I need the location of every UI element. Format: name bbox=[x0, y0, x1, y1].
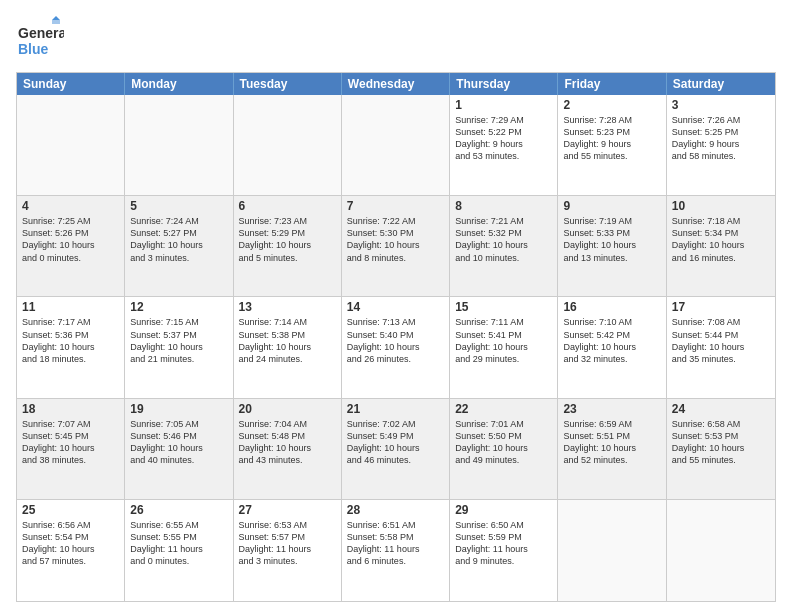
calendar-cell: 4Sunrise: 7:25 AM Sunset: 5:26 PM Daylig… bbox=[17, 196, 125, 296]
calendar-cell: 20Sunrise: 7:04 AM Sunset: 5:48 PM Dayli… bbox=[234, 399, 342, 499]
day-number: 22 bbox=[455, 402, 552, 416]
calendar-cell: 11Sunrise: 7:17 AM Sunset: 5:36 PM Dayli… bbox=[17, 297, 125, 397]
day-number: 21 bbox=[347, 402, 444, 416]
calendar-cell: 10Sunrise: 7:18 AM Sunset: 5:34 PM Dayli… bbox=[667, 196, 775, 296]
calendar-week: 18Sunrise: 7:07 AM Sunset: 5:45 PM Dayli… bbox=[17, 399, 775, 500]
day-info: Sunrise: 7:21 AM Sunset: 5:32 PM Dayligh… bbox=[455, 215, 552, 264]
day-number: 9 bbox=[563, 199, 660, 213]
calendar: SundayMondayTuesdayWednesdayThursdayFrid… bbox=[16, 72, 776, 602]
svg-text:Blue: Blue bbox=[18, 41, 49, 57]
day-number: 23 bbox=[563, 402, 660, 416]
calendar-cell bbox=[17, 95, 125, 195]
logo: General Blue bbox=[16, 16, 64, 64]
calendar-cell: 23Sunrise: 6:59 AM Sunset: 5:51 PM Dayli… bbox=[558, 399, 666, 499]
calendar-cell: 24Sunrise: 6:58 AM Sunset: 5:53 PM Dayli… bbox=[667, 399, 775, 499]
calendar-cell: 17Sunrise: 7:08 AM Sunset: 5:44 PM Dayli… bbox=[667, 297, 775, 397]
day-info: Sunrise: 7:08 AM Sunset: 5:44 PM Dayligh… bbox=[672, 316, 770, 365]
day-info: Sunrise: 7:11 AM Sunset: 5:41 PM Dayligh… bbox=[455, 316, 552, 365]
day-info: Sunrise: 6:50 AM Sunset: 5:59 PM Dayligh… bbox=[455, 519, 552, 568]
day-info: Sunrise: 7:13 AM Sunset: 5:40 PM Dayligh… bbox=[347, 316, 444, 365]
day-info: Sunrise: 7:01 AM Sunset: 5:50 PM Dayligh… bbox=[455, 418, 552, 467]
day-number: 10 bbox=[672, 199, 770, 213]
calendar-cell: 14Sunrise: 7:13 AM Sunset: 5:40 PM Dayli… bbox=[342, 297, 450, 397]
weekday-header: Tuesday bbox=[234, 73, 342, 95]
day-number: 19 bbox=[130, 402, 227, 416]
day-number: 24 bbox=[672, 402, 770, 416]
weekday-header: Sunday bbox=[17, 73, 125, 95]
day-number: 20 bbox=[239, 402, 336, 416]
day-number: 11 bbox=[22, 300, 119, 314]
day-number: 2 bbox=[563, 98, 660, 112]
day-info: Sunrise: 7:25 AM Sunset: 5:26 PM Dayligh… bbox=[22, 215, 119, 264]
day-number: 25 bbox=[22, 503, 119, 517]
page-header: General Blue bbox=[16, 16, 776, 64]
day-number: 6 bbox=[239, 199, 336, 213]
svg-text:General: General bbox=[18, 25, 64, 41]
svg-marker-3 bbox=[52, 20, 60, 24]
day-info: Sunrise: 6:53 AM Sunset: 5:57 PM Dayligh… bbox=[239, 519, 336, 568]
day-info: Sunrise: 7:15 AM Sunset: 5:37 PM Dayligh… bbox=[130, 316, 227, 365]
day-info: Sunrise: 6:59 AM Sunset: 5:51 PM Dayligh… bbox=[563, 418, 660, 467]
day-number: 1 bbox=[455, 98, 552, 112]
day-info: Sunrise: 7:26 AM Sunset: 5:25 PM Dayligh… bbox=[672, 114, 770, 163]
calendar-cell: 13Sunrise: 7:14 AM Sunset: 5:38 PM Dayli… bbox=[234, 297, 342, 397]
calendar-cell: 7Sunrise: 7:22 AM Sunset: 5:30 PM Daylig… bbox=[342, 196, 450, 296]
calendar-cell: 18Sunrise: 7:07 AM Sunset: 5:45 PM Dayli… bbox=[17, 399, 125, 499]
day-info: Sunrise: 7:05 AM Sunset: 5:46 PM Dayligh… bbox=[130, 418, 227, 467]
calendar-cell bbox=[667, 500, 775, 601]
day-number: 3 bbox=[672, 98, 770, 112]
calendar-cell: 6Sunrise: 7:23 AM Sunset: 5:29 PM Daylig… bbox=[234, 196, 342, 296]
day-number: 16 bbox=[563, 300, 660, 314]
day-number: 17 bbox=[672, 300, 770, 314]
calendar-week: 1Sunrise: 7:29 AM Sunset: 5:22 PM Daylig… bbox=[17, 95, 775, 196]
day-info: Sunrise: 6:56 AM Sunset: 5:54 PM Dayligh… bbox=[22, 519, 119, 568]
day-info: Sunrise: 7:22 AM Sunset: 5:30 PM Dayligh… bbox=[347, 215, 444, 264]
day-number: 8 bbox=[455, 199, 552, 213]
day-number: 5 bbox=[130, 199, 227, 213]
day-number: 29 bbox=[455, 503, 552, 517]
calendar-week: 25Sunrise: 6:56 AM Sunset: 5:54 PM Dayli… bbox=[17, 500, 775, 601]
day-info: Sunrise: 7:04 AM Sunset: 5:48 PM Dayligh… bbox=[239, 418, 336, 467]
day-info: Sunrise: 7:28 AM Sunset: 5:23 PM Dayligh… bbox=[563, 114, 660, 163]
day-info: Sunrise: 7:02 AM Sunset: 5:49 PM Dayligh… bbox=[347, 418, 444, 467]
day-info: Sunrise: 7:17 AM Sunset: 5:36 PM Dayligh… bbox=[22, 316, 119, 365]
day-info: Sunrise: 7:07 AM Sunset: 5:45 PM Dayligh… bbox=[22, 418, 119, 467]
calendar-cell: 3Sunrise: 7:26 AM Sunset: 5:25 PM Daylig… bbox=[667, 95, 775, 195]
weekday-header: Wednesday bbox=[342, 73, 450, 95]
calendar-week: 4Sunrise: 7:25 AM Sunset: 5:26 PM Daylig… bbox=[17, 196, 775, 297]
day-number: 18 bbox=[22, 402, 119, 416]
day-number: 27 bbox=[239, 503, 336, 517]
day-info: Sunrise: 7:14 AM Sunset: 5:38 PM Dayligh… bbox=[239, 316, 336, 365]
calendar-cell: 9Sunrise: 7:19 AM Sunset: 5:33 PM Daylig… bbox=[558, 196, 666, 296]
day-info: Sunrise: 7:29 AM Sunset: 5:22 PM Dayligh… bbox=[455, 114, 552, 163]
calendar-cell: 22Sunrise: 7:01 AM Sunset: 5:50 PM Dayli… bbox=[450, 399, 558, 499]
calendar-cell: 19Sunrise: 7:05 AM Sunset: 5:46 PM Dayli… bbox=[125, 399, 233, 499]
calendar-body: 1Sunrise: 7:29 AM Sunset: 5:22 PM Daylig… bbox=[17, 95, 775, 601]
calendar-cell: 16Sunrise: 7:10 AM Sunset: 5:42 PM Dayli… bbox=[558, 297, 666, 397]
calendar-cell: 21Sunrise: 7:02 AM Sunset: 5:49 PM Dayli… bbox=[342, 399, 450, 499]
day-info: Sunrise: 7:24 AM Sunset: 5:27 PM Dayligh… bbox=[130, 215, 227, 264]
weekday-header: Friday bbox=[558, 73, 666, 95]
day-number: 12 bbox=[130, 300, 227, 314]
day-info: Sunrise: 7:18 AM Sunset: 5:34 PM Dayligh… bbox=[672, 215, 770, 264]
calendar-cell: 15Sunrise: 7:11 AM Sunset: 5:41 PM Dayli… bbox=[450, 297, 558, 397]
page-container: General Blue SundayMondayTuesdayWednesda… bbox=[0, 0, 792, 612]
weekday-header: Monday bbox=[125, 73, 233, 95]
calendar-cell: 5Sunrise: 7:24 AM Sunset: 5:27 PM Daylig… bbox=[125, 196, 233, 296]
logo-icon: General Blue bbox=[16, 16, 64, 64]
calendar-cell: 1Sunrise: 7:29 AM Sunset: 5:22 PM Daylig… bbox=[450, 95, 558, 195]
calendar-cell: 25Sunrise: 6:56 AM Sunset: 5:54 PM Dayli… bbox=[17, 500, 125, 601]
day-info: Sunrise: 7:10 AM Sunset: 5:42 PM Dayligh… bbox=[563, 316, 660, 365]
svg-marker-2 bbox=[52, 16, 60, 20]
calendar-cell: 29Sunrise: 6:50 AM Sunset: 5:59 PM Dayli… bbox=[450, 500, 558, 601]
day-info: Sunrise: 6:55 AM Sunset: 5:55 PM Dayligh… bbox=[130, 519, 227, 568]
day-number: 14 bbox=[347, 300, 444, 314]
day-info: Sunrise: 6:51 AM Sunset: 5:58 PM Dayligh… bbox=[347, 519, 444, 568]
calendar-cell bbox=[125, 95, 233, 195]
calendar-cell: 12Sunrise: 7:15 AM Sunset: 5:37 PM Dayli… bbox=[125, 297, 233, 397]
day-number: 15 bbox=[455, 300, 552, 314]
calendar-header: SundayMondayTuesdayWednesdayThursdayFrid… bbox=[17, 73, 775, 95]
calendar-cell: 8Sunrise: 7:21 AM Sunset: 5:32 PM Daylig… bbox=[450, 196, 558, 296]
calendar-cell bbox=[342, 95, 450, 195]
day-number: 4 bbox=[22, 199, 119, 213]
